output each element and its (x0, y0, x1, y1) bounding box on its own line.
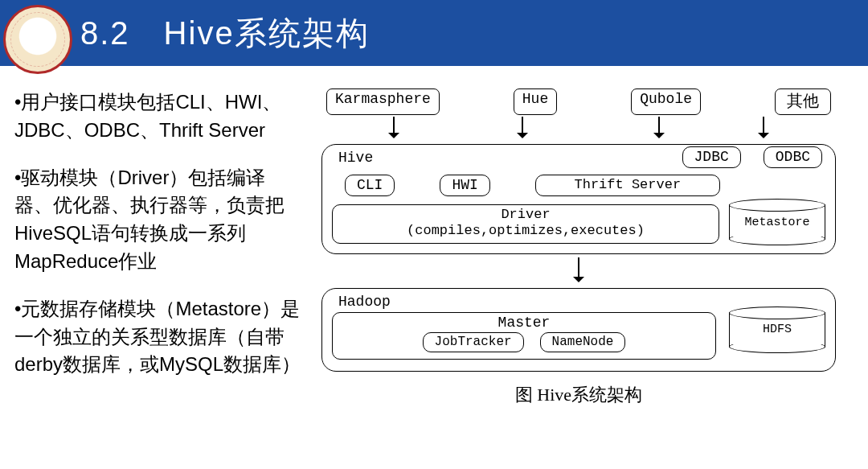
metastore-label: Metastore (744, 216, 809, 229)
odbc-box: ODBC (764, 146, 822, 168)
mid-arrow (321, 257, 836, 286)
namenode-box: NameNode (540, 332, 626, 352)
hwi-box: HWI (440, 175, 489, 196)
slide-body: •用户接口模块包括CLI、HWI、JDBC、ODBC、Thrift Server… (0, 66, 868, 407)
slide-title: 8.2 Hive系统架构 (80, 11, 370, 56)
slide-header: 8.2 Hive系统架构 (0, 0, 868, 66)
driver-desc: (compiles,optimizes,executes) (407, 223, 645, 238)
bullet-item: •用户接口模块包括CLI、HWI、JDBC、ODBC、Thrift Server (14, 88, 304, 145)
client-qubole: Qubole (631, 88, 701, 115)
jdbc-box: JDBC (682, 146, 741, 168)
driver-title: Driver (501, 207, 550, 222)
arrow-down-icon (393, 117, 395, 134)
hadoop-container: Hadoop Master JobTracker NameNode HDFS (321, 288, 836, 372)
driver-box: Driver (compiles,optimizes,executes) (332, 204, 719, 244)
hive-container: Hive JDBC ODBC CLI HWI Thrift Server Dri… (321, 144, 836, 254)
cli-box: CLI (345, 175, 395, 196)
hdfs-label: HDFS (763, 323, 792, 336)
master-box: Master JobTracker NameNode (332, 312, 716, 360)
arrow-down-icon (522, 117, 523, 134)
jobtracker-box: JobTracker (423, 332, 524, 352)
university-seal-icon (3, 5, 72, 74)
master-label: Master (342, 315, 706, 331)
arrow-down-icon (578, 257, 579, 278)
bullet-list: •用户接口模块包括CLI、HWI、JDBC、ODBC、Thrift Server… (14, 88, 304, 407)
client-hue: Hue (514, 88, 557, 115)
hdfs-cylinder: HDFS (729, 312, 825, 348)
arrow-down-icon (763, 117, 764, 134)
client-karmasphere: Karmasphere (326, 88, 440, 115)
architecture-diagram: Karmasphere Hue Qubole 其他 Hive JDBC ODBC… (321, 88, 836, 407)
metastore-cylinder: Metastore (729, 204, 825, 240)
arrow-down-icon (658, 117, 660, 134)
client-row: Karmasphere Hue Qubole 其他 (321, 88, 836, 115)
diagram-caption: 图 Hive系统架构 (321, 383, 836, 407)
hive-label: Hive (332, 150, 373, 166)
client-other: 其他 (775, 88, 831, 115)
bullet-item: •元数据存储模块（Metastore）是一个独立的关系型数据库（自带derby数… (14, 295, 304, 379)
thrift-box: Thrift Server (535, 175, 720, 196)
arrow-row (321, 117, 836, 142)
bullet-item: •驱动模块（Driver）包括编译器、优化器、执行器等，负责把HiveSQL语句… (14, 164, 304, 276)
